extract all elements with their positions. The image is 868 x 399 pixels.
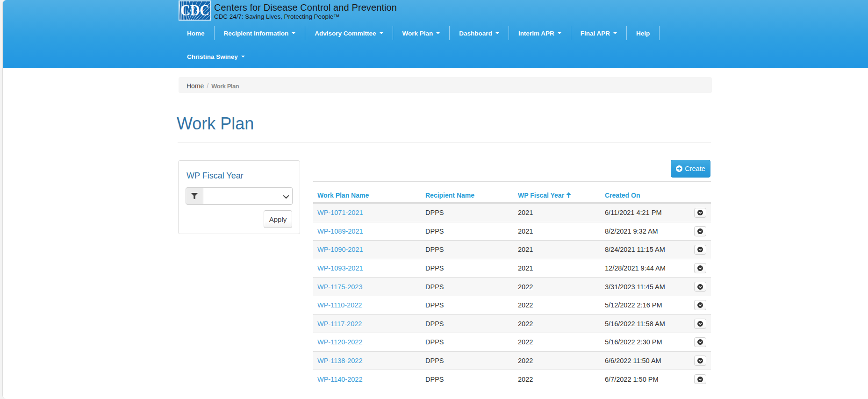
svg-text:CDC: CDC (180, 1, 209, 18)
